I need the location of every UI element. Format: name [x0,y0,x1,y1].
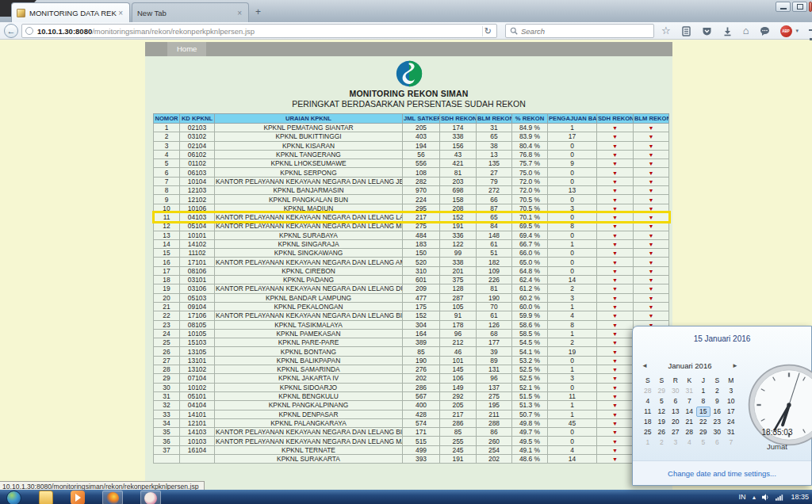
dropdown-icon[interactable]: ▼ [649,304,654,310]
start-button[interactable] [6,491,21,504]
network-icon[interactable] [776,494,783,501]
calendar-day[interactable]: 29 [655,386,669,396]
dropdown-icon[interactable]: ▼ [612,233,618,239]
dropdown-icon[interactable]: ▼ [649,260,654,265]
dropdown-icon[interactable]: ▼ [649,269,654,274]
pocket-icon[interactable] [702,26,712,36]
dropdown-icon[interactable]: ▼ [612,260,618,265]
calendar-day[interactable]: 5 [696,437,710,448]
tab-close-icon[interactable]: × [117,9,124,17]
search-bar[interactable] [505,24,654,38]
calendar-day[interactable]: 16 [710,407,725,417]
menu-hamburger-icon[interactable] [809,29,812,38]
dropdown-icon[interactable]: ▼ [612,430,618,435]
dropdown-icon[interactable]: ▼ [612,250,618,256]
dropdown-icon[interactable]: ▼ [649,125,654,131]
calendar-day[interactable]: 7 [683,396,697,407]
dropdown-icon[interactable]: ▼ [612,197,618,203]
dropdown-icon[interactable]: ▼ [649,277,654,283]
dropdown-icon[interactable]: ▼ [649,197,654,203]
calendar-prev-icon[interactable]: ◄ [639,362,650,369]
volume-icon[interactable] [762,494,770,501]
dropdown-icon[interactable]: ▼ [649,188,654,193]
dropdown-icon[interactable]: ▼ [612,296,618,301]
dropdown-icon[interactable]: ▼ [649,179,654,185]
dropdown-icon[interactable]: ▼ [612,223,618,229]
dropdown-icon[interactable]: ▼ [612,394,618,399]
dropdown-icon[interactable]: ▼ [612,358,618,364]
download-icon[interactable] [722,26,733,36]
dropdown-icon[interactable]: ▼ [612,143,618,149]
dropdown-icon[interactable]: ▼ [612,179,618,185]
calendar-day[interactable]: 3 [668,437,683,448]
chat-icon[interactable] [760,26,770,36]
dropdown-icon[interactable]: ▼ [649,296,654,301]
window-maximize-button[interactable] [792,2,807,12]
calendar-day[interactable]: 30 [668,386,683,396]
calendar-day[interactable]: 8 [696,396,710,407]
bookmark-star-icon[interactable]: ☆ [661,22,671,40]
calendar-day[interactable]: 1 [641,437,655,448]
calendar-day[interactable]: 31 [724,427,738,437]
nav-home[interactable]: Home [167,42,206,56]
calendar-day[interactable]: 19 [655,417,669,427]
calendar-day[interactable]: 28 [683,427,697,437]
url-text[interactable]: 10.10.1.30:8080/monitoringsiman/rekon/re… [37,27,482,36]
calendar-day[interactable]: 6 [710,437,725,448]
calendar-day[interactable]: 27 [668,427,683,437]
calendar-day[interactable]: 21 [683,417,697,427]
dropdown-icon[interactable]: ▼ [649,134,654,139]
calendar-day[interactable]: 2 [655,437,669,448]
calendar-day[interactable]: 1 [696,386,710,396]
dropdown-icon[interactable]: ▼ [612,313,618,319]
dropdown-icon[interactable]: ▼ [612,403,618,408]
calendar-day[interactable]: 25 [641,427,655,437]
dropdown-icon[interactable]: ▼ [649,161,654,166]
calendar-day[interactable]: 24 [724,417,738,427]
dropdown-icon[interactable]: ▼ [612,439,618,445]
tab-new-tab[interactable]: New Tab × [132,2,249,22]
new-tab-button[interactable]: + [255,6,261,17]
window-close-button[interactable] [809,2,812,12]
dropdown-icon[interactable]: ▼ [612,323,618,328]
dropdown-icon[interactable]: ▼ [649,233,654,239]
dropdown-icon[interactable]: ▼ [649,223,654,229]
dropdown-icon[interactable]: ▼ [612,385,618,391]
dropdown-icon[interactable]: ▼ [612,161,618,166]
calendar-day[interactable]: 7 [724,437,738,448]
calendar-next-icon[interactable]: ► [730,362,741,369]
calendar-day[interactable]: 17 [724,407,738,417]
dropdown-icon[interactable]: ▼ [612,304,618,310]
library-icon[interactable] [681,26,691,36]
back-button[interactable]: ← [4,24,18,38]
url-bar[interactable]: 10.10.1.30:8080/monitoringsiman/rekon/re… [21,24,497,38]
reload-icon[interactable]: ↻ [482,26,493,36]
calendar-day[interactable]: 18 [641,417,655,427]
adblock-caret-icon[interactable]: ▾ [796,28,799,34]
calendar-day[interactable]: 5 [655,396,669,407]
adblock-icon[interactable]: ABP [780,25,792,37]
dropdown-icon[interactable]: ▼ [649,286,654,292]
dropdown-icon[interactable]: ▼ [612,421,618,426]
calendar-day[interactable]: 14 [683,407,697,417]
dropdown-icon[interactable]: ▼ [612,367,618,372]
calendar-day[interactable]: 26 [655,427,669,437]
media-player-icon[interactable] [71,491,85,504]
language-indicator[interactable]: IN [739,493,746,501]
home-icon[interactable]: ⌂ [743,22,749,40]
dropdown-icon[interactable]: ▼ [649,313,654,319]
dropdown-icon[interactable]: ▼ [649,152,654,158]
dropdown-icon[interactable]: ▼ [649,250,654,256]
dropdown-icon[interactable]: ▼ [612,125,618,131]
calendar-day[interactable]: 4 [683,437,697,448]
explorer-icon[interactable] [39,491,53,504]
dropdown-icon[interactable]: ▼ [649,215,654,220]
dropdown-icon[interactable]: ▼ [612,188,618,193]
image-viewer-taskbar-button[interactable] [140,491,161,504]
dropdown-icon[interactable]: ▼ [612,340,618,346]
calendar-day[interactable]: 22 [696,417,710,427]
calendar-day[interactable]: 2 [710,386,725,396]
calendar-day[interactable]: 3 [724,386,738,396]
calendar-day[interactable]: 28 [641,386,655,396]
dropdown-icon[interactable]: ▼ [612,206,618,212]
